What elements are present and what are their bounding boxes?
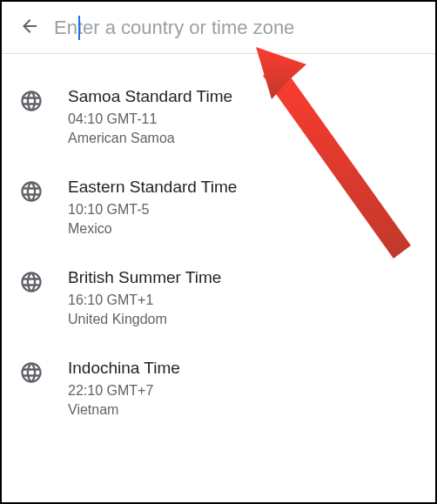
item-text: British Summer Time 16:10 GMT+1 United K… (68, 268, 221, 327)
globe-icon (19, 270, 44, 294)
globe-icon (19, 360, 44, 385)
timezone-time: 16:10 GMT+1 (68, 292, 221, 308)
search-header (2, 2, 435, 54)
item-text: Samoa Standard Time 04:10 GMT-11 America… (68, 87, 232, 146)
globe-icon (19, 179, 44, 204)
timezone-name: Indochina Time (68, 359, 180, 378)
search-input[interactable] (50, 10, 428, 46)
timezone-list: Samoa Standard Time 04:10 GMT-11 America… (2, 54, 435, 433)
list-item[interactable]: British Summer Time 16:10 GMT+1 United K… (2, 252, 435, 343)
item-text: Eastern Standard Time 10:10 GMT-5 Mexico (68, 178, 237, 237)
list-item[interactable]: Indochina Time 22:10 GMT+7 Vietnam (2, 343, 435, 433)
timezone-country: American Samoa (68, 131, 232, 146)
item-text: Indochina Time 22:10 GMT+7 Vietnam (68, 359, 180, 418)
timezone-time: 10:10 GMT-5 (68, 202, 237, 218)
timezone-time: 22:10 GMT+7 (68, 383, 180, 399)
timezone-country: Vietnam (68, 402, 180, 418)
list-item[interactable]: Eastern Standard Time 10:10 GMT-5 Mexico (2, 162, 435, 252)
back-button[interactable] (9, 7, 50, 49)
timezone-country: United Kingdom (68, 312, 221, 327)
back-arrow-icon (19, 16, 40, 39)
timezone-country: Mexico (68, 221, 237, 237)
timezone-name: Samoa Standard Time (68, 87, 232, 106)
globe-icon (19, 89, 44, 113)
list-item[interactable]: Samoa Standard Time 04:10 GMT-11 America… (2, 71, 435, 162)
text-cursor (78, 16, 80, 40)
timezone-time: 04:10 GMT-11 (68, 111, 232, 127)
timezone-name: British Summer Time (68, 268, 221, 287)
timezone-name: Eastern Standard Time (68, 178, 237, 197)
